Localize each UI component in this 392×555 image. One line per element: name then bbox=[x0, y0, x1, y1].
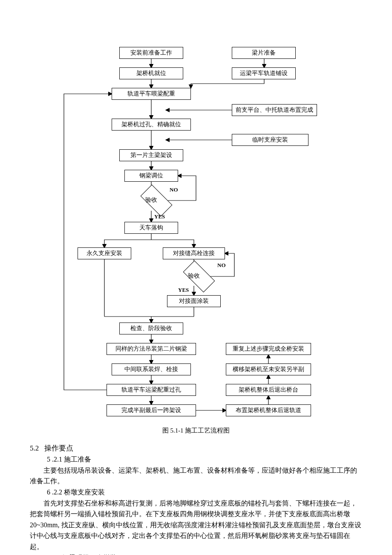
subsection-522-body: 首先对支撑垫石坐标和标高进行复测，后将地脚螺栓穿过支座底板的锚栓孔与套筒、下螺杆… bbox=[30, 498, 362, 552]
node-paint: 对接面涂装 bbox=[167, 295, 221, 307]
node-check-phase: 检查、阶段验收 bbox=[119, 323, 183, 334]
node-beamprep: 梁片准备 bbox=[232, 47, 296, 59]
node-drop-hook: 天车落钩 bbox=[124, 222, 178, 234]
node-mid-link: 中间联系装焊、栓接 bbox=[112, 363, 191, 375]
section-title: 操作要点 bbox=[44, 444, 73, 452]
node-prep: 安装前准备工作 bbox=[119, 47, 183, 59]
edge-no-2: NO bbox=[217, 262, 226, 269]
subsection-521-num: 5 .2.1 施工准备 bbox=[47, 454, 362, 465]
node-shift: 横移架桥机至未安装另半副 bbox=[226, 363, 311, 375]
decision-accept2-label: 验收 bbox=[187, 272, 201, 280]
edge-yes-1: YES bbox=[154, 213, 165, 220]
subsection-523-num: 5.2.3 钢梁现场二次拼装 bbox=[47, 552, 362, 555]
node-bolt: 对接缝高栓连接 bbox=[163, 247, 225, 259]
node-first-girder: 第一片主梁架设 bbox=[119, 149, 183, 161]
flowchart-container: 安装前准备工作 梁片准备 架桥机就位 运梁平车轨道铺设 轨道平车喂梁配重 前支平… bbox=[55, 47, 337, 422]
subsection-521-body: 主要包括现场吊装设备、运梁车、架桥机、施工布置、设备材料准备等，应适时做好各个相… bbox=[30, 465, 362, 487]
decision-accept1-label: 验收 bbox=[144, 196, 159, 204]
node-launcher: 架桥机就位 bbox=[119, 67, 183, 79]
node-repeat: 重复上述步骤完成全桥安装 bbox=[226, 343, 311, 355]
node-second-girder: 同样的方法吊装第二片钢梁 bbox=[107, 343, 196, 355]
node-retreat: 架桥机整体后退出桥台 bbox=[226, 384, 311, 396]
edge-no-1: NO bbox=[170, 186, 178, 193]
edge-yes-2: YES bbox=[178, 287, 189, 293]
node-adjust: 钢梁调位 bbox=[124, 170, 178, 182]
body-text: 5.2 操作要点 5 .2.1 施工准备 主要包括现场吊装设备、运梁车、架桥机、… bbox=[30, 442, 362, 555]
node-retreat-track: 布置架桥机整体后退轨道 bbox=[226, 404, 311, 416]
node-front-platform: 前支平台、中托轨道布置完成 bbox=[232, 104, 317, 116]
subsection-522-num: 6 .2.2 桥墩支座安装 bbox=[47, 487, 362, 498]
figure-caption: 图 5.1-1 施工工艺流程图 bbox=[0, 427, 392, 435]
section-number: 5.2 bbox=[30, 444, 39, 452]
node-track-through: 轨道平车运梁配重过孔 bbox=[107, 384, 196, 396]
node-temp-bearing: 临时支座安装 bbox=[232, 134, 308, 146]
node-half-final: 完成半副最后一跨架设 bbox=[107, 404, 196, 416]
node-through-hole: 架桥机过孔、精确就位 bbox=[112, 119, 191, 131]
node-rail: 运梁平车轨道铺设 bbox=[232, 67, 296, 79]
node-perm-bearing: 永久支座安装 bbox=[78, 247, 131, 259]
node-track-balance: 轨道平车喂梁配重 bbox=[112, 88, 191, 100]
